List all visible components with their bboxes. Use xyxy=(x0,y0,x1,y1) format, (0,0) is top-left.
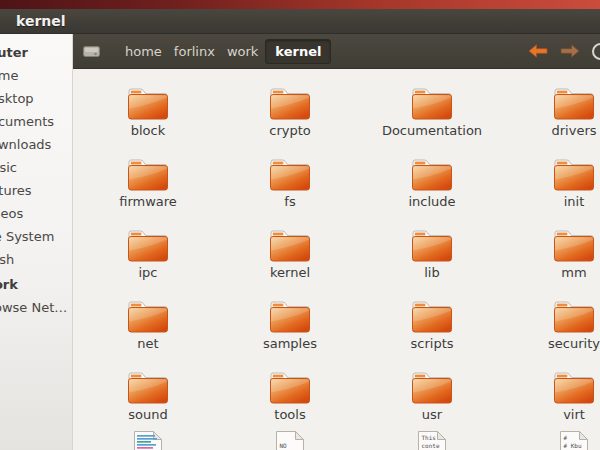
file-icon xyxy=(133,430,163,450)
folder-icon xyxy=(552,298,596,334)
folder-label: scripts xyxy=(411,336,454,351)
folder-icon xyxy=(552,227,596,263)
folder-icon xyxy=(410,369,454,405)
file-icon: ## Kbu xyxy=(559,430,589,450)
folder-label: kernel xyxy=(270,265,310,280)
folder-icon xyxy=(126,298,170,334)
folder-label: security xyxy=(548,336,600,351)
folder-item[interactable]: ipc xyxy=(77,227,219,298)
file-item[interactable] xyxy=(77,440,219,450)
svg-text:# Kbu: # Kbu xyxy=(564,442,582,449)
folder-icon xyxy=(410,298,454,334)
sidebar-item[interactable]: Documents xyxy=(0,110,72,133)
folder-item[interactable]: kernel xyxy=(219,227,361,298)
folder-label: usr xyxy=(422,407,442,422)
folder-label: block xyxy=(131,123,166,138)
window-title: kernel xyxy=(0,13,66,29)
folder-item[interactable]: lib xyxy=(361,227,503,298)
search-icon[interactable] xyxy=(592,43,600,60)
breadcrumb-bar: homeforlinxworkkernel xyxy=(120,39,331,64)
folder-item[interactable]: net xyxy=(77,298,219,369)
folder-icon xyxy=(268,156,312,192)
folder-item[interactable]: firmware xyxy=(77,156,219,227)
folder-item[interactable]: init xyxy=(503,156,600,227)
folder-item[interactable]: include xyxy=(361,156,503,227)
sidebar-item[interactable]: Pictures xyxy=(0,179,72,202)
folder-label: samples xyxy=(263,336,317,351)
folder-label: include xyxy=(408,194,455,209)
file-grid: block crypto Documentation drivers firmw… xyxy=(73,69,600,450)
places-sidebar: ComputerHomeDesktopDocumentsDownloadsMus… xyxy=(0,34,73,450)
svg-text:This: This xyxy=(422,434,437,441)
folder-item[interactable]: Documentation xyxy=(361,85,503,156)
svg-text:conte: conte xyxy=(422,442,440,449)
folder-item[interactable]: security xyxy=(503,298,600,369)
sidebar-item[interactable]: Browse Net… xyxy=(0,296,72,319)
svg-text:NO: NO xyxy=(280,442,288,449)
folder-label: tools xyxy=(274,407,305,422)
back-button[interactable] xyxy=(528,44,548,58)
screen: kernel ComputerHomeDesktopDocumentsDownl… xyxy=(0,0,600,450)
pathbar-toolbar: homeforlinxworkkernel xyxy=(73,34,600,69)
folder-icon xyxy=(126,369,170,405)
folder-label: fs xyxy=(284,194,295,209)
folder-label: ipc xyxy=(138,265,157,280)
sidebar-item[interactable]: Music xyxy=(0,156,72,179)
file-item[interactable]: ## Kbu xyxy=(503,440,600,450)
folder-item[interactable]: mm xyxy=(503,227,600,298)
folder-label: sound xyxy=(128,407,167,422)
breadcrumb-item[interactable]: home xyxy=(120,41,167,62)
folder-icon xyxy=(126,156,170,192)
sidebar-item[interactable]: Downloads xyxy=(0,133,72,156)
folder-icon xyxy=(552,156,596,192)
folder-icon xyxy=(552,369,596,405)
svg-text:#: # xyxy=(564,434,568,441)
folder-icon xyxy=(410,85,454,121)
folder-icon xyxy=(268,369,312,405)
folder-icon xyxy=(126,227,170,263)
folder-item[interactable]: crypto xyxy=(219,85,361,156)
folder-label: drivers xyxy=(551,123,596,138)
folder-icon xyxy=(126,85,170,121)
drive-icon[interactable] xyxy=(83,45,100,58)
folder-item[interactable]: samples xyxy=(219,298,361,369)
window-titlebar[interactable]: kernel xyxy=(0,9,600,34)
folder-label: init xyxy=(564,194,585,209)
folder-label: virt xyxy=(563,407,585,422)
file-icon: NO xyxy=(275,430,305,450)
sidebar-item[interactable]: File System xyxy=(0,225,72,248)
folder-icon xyxy=(410,156,454,192)
sidebar-item[interactable]: Trash xyxy=(0,248,72,271)
sidebar-section-header: Network xyxy=(0,273,72,296)
desktop-background-strip xyxy=(0,0,600,9)
file-icon: Thisconte xyxy=(417,430,447,450)
folder-label: mm xyxy=(561,265,586,280)
folder-item[interactable]: scripts xyxy=(361,298,503,369)
file-item[interactable]: Thisconte xyxy=(361,440,503,450)
folder-icon xyxy=(268,298,312,334)
folder-label: firmware xyxy=(119,194,177,209)
folder-label: lib xyxy=(424,265,439,280)
folder-label: net xyxy=(137,336,158,351)
breadcrumb-item[interactable]: kernel xyxy=(265,39,331,64)
file-item[interactable]: NO xyxy=(219,440,361,450)
folder-icon xyxy=(268,85,312,121)
folder-item[interactable]: block xyxy=(77,85,219,156)
breadcrumb-item[interactable]: work xyxy=(222,41,263,62)
folder-item[interactable]: fs xyxy=(219,156,361,227)
forward-icon xyxy=(560,44,580,58)
back-icon xyxy=(528,44,548,58)
sidebar-item[interactable]: Videos xyxy=(0,202,72,225)
folder-item[interactable]: drivers xyxy=(503,85,600,156)
folder-icon xyxy=(268,227,312,263)
sidebar-list: ComputerHomeDesktopDocumentsDownloadsMus… xyxy=(0,34,72,319)
folder-label: Documentation xyxy=(382,123,482,138)
breadcrumb-item[interactable]: forlinx xyxy=(169,41,220,62)
sidebar-item[interactable]: Home xyxy=(0,64,72,87)
forward-button[interactable] xyxy=(560,44,580,58)
sidebar-section-header: Computer xyxy=(0,41,72,64)
folder-icon xyxy=(552,85,596,121)
folder-label: crypto xyxy=(269,123,311,138)
sidebar-item[interactable]: Desktop xyxy=(0,87,72,110)
folder-icon xyxy=(410,227,454,263)
